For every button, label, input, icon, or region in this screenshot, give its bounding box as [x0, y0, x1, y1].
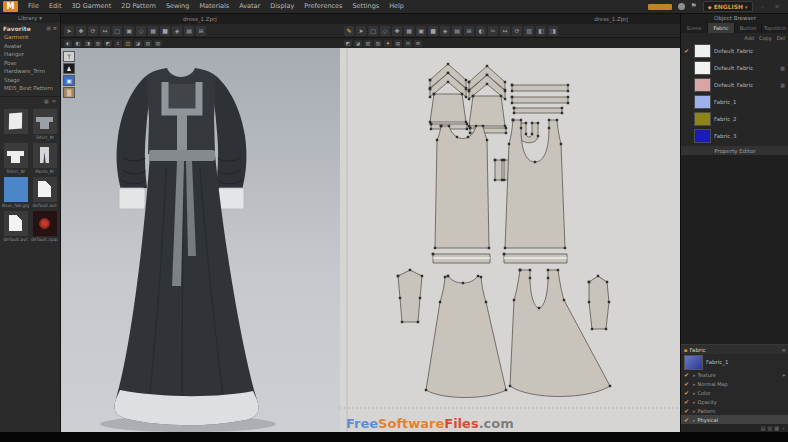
flag-icon[interactable]: ⚑	[691, 3, 697, 10]
account-icon[interactable]	[678, 3, 685, 10]
library-item[interactable]: Garment	[0, 33, 60, 42]
tool-icon[interactable]: ▧	[364, 40, 372, 47]
menu-item[interactable]: Preferences	[299, 0, 347, 13]
view-toggle-icon[interactable]: T	[63, 51, 75, 62]
tool-icon[interactable]: ◨	[548, 26, 558, 36]
menu-item[interactable]: Help	[384, 0, 409, 13]
library-item[interactable]: MD5_Best Pattern	[0, 84, 60, 93]
tool-icon[interactable]: ◐	[476, 26, 486, 36]
library-thumbnail[interactable]: default.avt	[2, 211, 29, 243]
waistband-2[interactable]	[512, 97, 568, 103]
fabric-row[interactable]: ✔ Default_Fabric ▦	[681, 76, 788, 93]
tool-icon[interactable]: ➤	[64, 26, 74, 36]
tool-icon[interactable]: ⊞	[414, 40, 422, 47]
fabric-selected-item[interactable]: Fabric_1	[681, 354, 788, 370]
fabric-action-button[interactable]: Add	[744, 35, 754, 41]
fabric-swatch[interactable]	[694, 78, 711, 92]
sleeve-stack-left[interactable]	[430, 64, 467, 129]
fabric-swatch[interactable]	[694, 129, 711, 143]
tool-icon[interactable]: ▧	[144, 40, 152, 47]
tool-icon[interactable]: ◨	[84, 40, 92, 47]
tool-icon[interactable]: ▦	[404, 26, 414, 36]
view-mode-icon[interactable]: ▦	[44, 98, 49, 104]
sleeve-small-left[interactable]	[398, 270, 422, 322]
library-tab[interactable]: Library ▾	[0, 13, 60, 23]
canvas-2d[interactable]	[340, 48, 680, 432]
sleeve-stack-right[interactable]	[469, 66, 506, 133]
tool-icon[interactable]: ✚	[76, 26, 86, 36]
check-icon[interactable]: ✔	[684, 371, 691, 378]
waistband-1[interactable]	[512, 85, 568, 91]
tool-icon[interactable]: ◩	[344, 40, 352, 47]
tool-icon[interactable]: ◧	[536, 26, 546, 36]
menu-item[interactable]: 2D Pattern	[116, 0, 161, 13]
menu-item[interactable]: 3D Garment	[66, 0, 116, 13]
menu-item[interactable]: Avatar	[234, 0, 265, 13]
footer-icon[interactable]: ＋	[781, 425, 786, 431]
sleeve-small-right[interactable]	[589, 276, 609, 329]
fabric-row[interactable]: ✔ Default_Fabric ▦	[681, 42, 788, 59]
library-thumbnail[interactable]: Blue_fab.jpg	[2, 177, 29, 209]
object-browser-tab[interactable]: Scene	[681, 23, 708, 33]
menu-item[interactable]: File	[23, 0, 44, 13]
tool-icon[interactable]: ◫	[124, 40, 132, 47]
menu-icon[interactable]: ≡	[782, 347, 786, 353]
tool-icon[interactable]: ↕	[114, 40, 122, 47]
menu-item[interactable]: Materials	[194, 0, 234, 13]
tool-icon[interactable]: ✦	[384, 40, 392, 47]
tool-icon[interactable]: ▢	[112, 26, 122, 36]
library-thumbnail[interactable]: Tshirt_M	[31, 109, 58, 141]
fabric-swatch[interactable]	[694, 95, 711, 109]
tool-icon[interactable]: ↔	[500, 26, 510, 36]
tool-icon[interactable]: ■	[160, 26, 170, 36]
library-item[interactable]: Stage	[0, 76, 60, 85]
tool-icon[interactable]: ▨	[374, 40, 382, 47]
add-icon[interactable]: +	[782, 372, 786, 378]
fabric-property-row[interactable]: ✔ ▸ Texture +	[681, 370, 788, 379]
viewport-2d-tab[interactable]: dress_1.Zprj	[340, 13, 680, 24]
bodice-front-hem[interactable]	[433, 254, 490, 263]
viewport-3d-tab[interactable]: dress_1.Zprj	[60, 13, 340, 24]
check-icon[interactable]: ✔	[684, 398, 691, 405]
view-mode-icon[interactable]: ≡	[52, 98, 56, 104]
menu-item[interactable]: Settings	[347, 0, 384, 13]
tool-icon[interactable]: ▢	[368, 26, 378, 36]
tool-icon[interactable]: ➤	[356, 26, 366, 36]
tool-icon[interactable]: ✂	[488, 26, 498, 36]
tool-icon[interactable]: ▥	[94, 40, 102, 47]
fabric-action-button[interactable]: Del	[777, 35, 785, 41]
language-dropdown[interactable]: ◆ ENGLISH ▾	[703, 1, 753, 12]
tool-icon[interactable]: ✎	[344, 26, 354, 36]
tool-icon[interactable]: ▣	[416, 26, 426, 36]
library-item[interactable]: Hardware_Trim	[0, 67, 60, 76]
tool-icon[interactable]: ▤	[394, 40, 402, 47]
object-browser-tab[interactable]: Fabric	[708, 23, 735, 33]
tool-icon[interactable]: ▥	[524, 26, 534, 36]
library-item[interactable]: Hanger	[0, 50, 60, 59]
library-item[interactable]: Pose	[0, 59, 60, 68]
fabric-property-row[interactable]: ✔ ▸ Pattern	[681, 406, 788, 415]
fabric-property-row[interactable]: ✔ ▸ Color	[681, 388, 788, 397]
tool-icon[interactable]: ■	[428, 26, 438, 36]
fabric-row[interactable]: ✔ Default_Fabric ▦	[681, 59, 788, 76]
fabric-swatch[interactable]	[694, 44, 711, 58]
notice-badge[interactable]	[648, 4, 672, 10]
waistband-3[interactable]	[514, 108, 562, 113]
skirt-front[interactable]	[426, 276, 506, 398]
menu-item[interactable]: Display	[265, 0, 299, 13]
tool-icon[interactable]: ▦	[148, 26, 158, 36]
bodice-back-hem[interactable]	[504, 254, 567, 263]
close-button[interactable]: ✕	[772, 3, 782, 11]
tool-icon[interactable]: ⟳	[512, 26, 522, 36]
tool-icon[interactable]: ⊞	[464, 26, 474, 36]
tool-icon[interactable]: ▣	[124, 26, 134, 36]
bodice-front[interactable]	[435, 126, 489, 248]
tool-icon[interactable]: ▤	[184, 26, 194, 36]
tool-icon[interactable]: ◐	[64, 40, 72, 47]
tool-icon[interactable]: ◪	[134, 40, 142, 47]
tool-icon[interactable]: ⊞	[196, 26, 206, 36]
fabric-property-row[interactable]: ✔ ▸ Opacity	[681, 397, 788, 406]
fabric-property-row[interactable]: ✔ ▸ Normal Map	[681, 379, 788, 388]
tool-icon[interactable]: ✚	[392, 26, 402, 36]
tool-icon[interactable]: ◈	[172, 26, 182, 36]
